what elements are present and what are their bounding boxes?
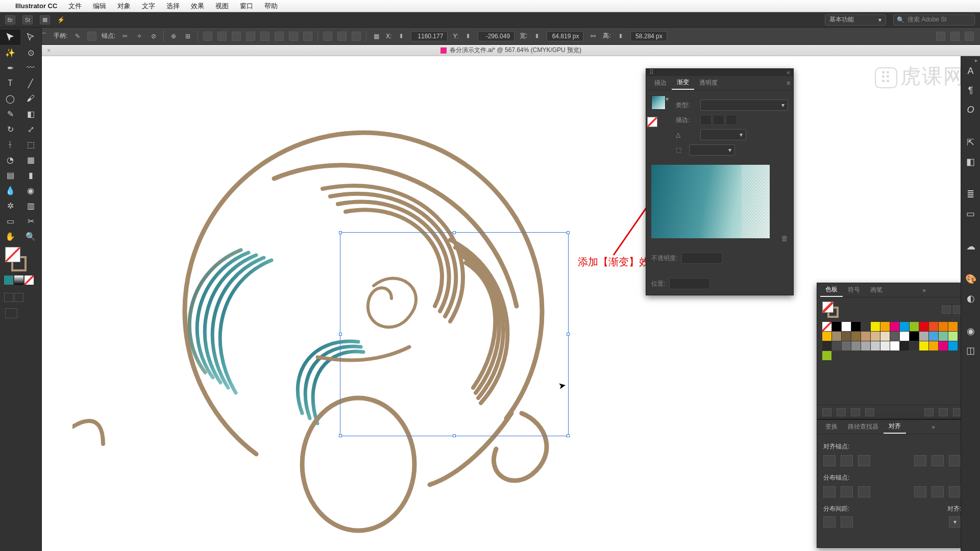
rectangle-tool[interactable]: ◯ <box>0 91 20 106</box>
new-swatch-icon[interactable] <box>939 408 948 416</box>
panel-collapse-icon[interactable]: « <box>787 69 790 76</box>
menu-type[interactable]: 文字 <box>142 2 155 11</box>
tab-pathfinder[interactable]: 路径查找器 <box>843 420 884 433</box>
gradient-fill-swatch[interactable] <box>651 95 666 110</box>
width-tool[interactable]: ⟊ <box>0 137 20 152</box>
align-vcenter-icon[interactable] <box>260 32 270 41</box>
dist-top-button[interactable] <box>823 486 836 497</box>
swatch-color[interactable] <box>939 332 948 341</box>
new-color-group-icon[interactable] <box>865 408 874 416</box>
dist-right-button[interactable] <box>949 486 961 497</box>
magic-wand-tool[interactable]: ✨ <box>0 45 20 60</box>
tab-align[interactable]: 对齐 <box>884 420 906 434</box>
symbol-sprayer-tool[interactable]: ✲ <box>0 198 20 213</box>
bridge-icon[interactable]: Br <box>5 15 15 24</box>
align-left-button[interactable] <box>823 455 836 466</box>
stroke-along-icon[interactable] <box>713 115 724 125</box>
dist-left-button[interactable] <box>914 486 926 497</box>
align-bottom-icon[interactable] <box>275 32 284 41</box>
link-xy-icon2[interactable]: ⬍ <box>463 32 473 41</box>
search-input[interactable]: 🔍 搜索 Adobe St <box>893 14 975 26</box>
swatch-color[interactable] <box>822 332 831 341</box>
align-hcenter-button[interactable] <box>841 455 853 466</box>
swatch-color[interactable] <box>939 322 948 331</box>
dist-hcenter-button[interactable] <box>932 486 944 497</box>
shaper-tool[interactable]: ✎ <box>0 106 20 121</box>
new-swatch-folder-icon[interactable] <box>924 408 934 416</box>
screen-mode-normal[interactable] <box>4 293 13 302</box>
swatch-color[interactable] <box>871 322 880 331</box>
panel-grip-icon[interactable]: ⠿ <box>649 69 654 76</box>
handle-bl[interactable] <box>339 434 342 437</box>
scale-tool[interactable]: ⤢ <box>20 121 41 137</box>
rotate-tool[interactable]: ↻ <box>0 121 20 137</box>
panel-menu-icon[interactable]: ≡ <box>787 80 790 87</box>
swatch-color[interactable] <box>880 341 890 350</box>
swatch-color[interactable] <box>832 341 841 350</box>
handle-tr[interactable] <box>567 231 570 234</box>
dock-cc-libraries-icon[interactable]: ☁ <box>964 240 977 253</box>
swatch-color[interactable] <box>919 341 928 350</box>
dist-right-icon[interactable] <box>352 32 361 41</box>
link-w-icon[interactable]: ⬍ <box>532 32 542 41</box>
swatch-libraries-icon[interactable] <box>822 408 831 416</box>
dock-graphic-styles-icon[interactable]: ◫ <box>964 344 977 357</box>
align-left-icon[interactable] <box>203 32 212 41</box>
align-vcenter-button[interactable] <box>932 455 944 466</box>
handle-tl[interactable] <box>339 231 342 234</box>
dock-layers-icon[interactable]: ≣ <box>964 188 977 201</box>
swatch-color[interactable] <box>832 332 841 341</box>
edit-toolbar-icon[interactable] <box>5 308 17 318</box>
screen-mode-full[interactable] <box>14 293 23 302</box>
swatch-color[interactable] <box>919 322 928 331</box>
link-h-icon[interactable]: ⬍ <box>616 32 625 41</box>
dock-collapse-icon[interactable]: ▸ <box>975 57 978 64</box>
swatch-color[interactable] <box>842 341 851 350</box>
fill-stroke-indicator[interactable] <box>5 247 30 271</box>
menu-help[interactable]: 帮助 <box>264 2 278 11</box>
menu-edit[interactable]: 编辑 <box>93 2 106 11</box>
swatch-color[interactable] <box>900 332 909 341</box>
swatch-color[interactable] <box>890 322 899 331</box>
eraser-tool[interactable]: ◧ <box>20 106 41 121</box>
dock-color-guide-icon[interactable]: ◐ <box>964 292 977 305</box>
x-value[interactable]: 1160.177 <box>411 31 448 41</box>
close-doc-icon[interactable]: × <box>47 47 51 54</box>
menu-file[interactable]: 文件 <box>68 2 82 11</box>
swatch-color[interactable] <box>948 322 958 331</box>
align-right-button[interactable] <box>858 455 870 466</box>
handle-mr[interactable] <box>567 333 570 336</box>
swatch-none[interactable] <box>24 276 34 285</box>
document-tab[interactable]: × 春分演示文件.ai* @ 567.64% (CMYK/GPU 预览) <box>42 45 980 56</box>
dock-export-icon[interactable]: ⇱ <box>964 136 977 149</box>
w-value[interactable]: 64.819 px <box>547 31 583 41</box>
menu-effect[interactable]: 效果 <box>191 2 204 11</box>
gradient-aspect-input[interactable]: ▾ <box>689 144 735 156</box>
gradient-preview[interactable] <box>651 165 770 238</box>
swatch-registration[interactable] <box>832 322 841 331</box>
dock-artboards-icon[interactable]: ▭ <box>964 207 977 220</box>
swatch-color[interactable] <box>929 332 938 341</box>
mesh-tool[interactable]: ▤ <box>0 167 20 183</box>
eyedropper-tool[interactable]: 💧 <box>0 183 20 198</box>
swatch-color[interactable] <box>880 322 890 331</box>
dock-paragraph-icon[interactable]: ¶ <box>964 84 977 97</box>
align-expand-icon[interactable]: » <box>932 423 935 431</box>
h-value[interactable]: 58.284 px <box>630 31 667 41</box>
selection-tool[interactable] <box>0 30 20 45</box>
align-bottom-button[interactable] <box>949 455 961 466</box>
handle-bm[interactable] <box>453 434 456 437</box>
dist-h-icon[interactable] <box>289 32 298 41</box>
dist-left-icon[interactable] <box>323 32 332 41</box>
direct-selection-tool[interactable] <box>20 30 41 45</box>
dist-vcenter-button[interactable] <box>841 486 853 497</box>
swatch-color[interactable] <box>900 322 909 331</box>
column-graph-tool[interactable]: ▥ <box>20 198 41 213</box>
shape-builder-tool[interactable]: ◔ <box>0 152 20 167</box>
blend-tool[interactable]: ◉ <box>20 183 41 198</box>
swatch-color[interactable] <box>880 332 890 341</box>
swatch-color[interactable] <box>929 322 938 331</box>
dist-space-h-button[interactable] <box>841 516 853 528</box>
align-to-icon[interactable] <box>950 32 960 41</box>
align-right-icon[interactable] <box>232 32 241 41</box>
